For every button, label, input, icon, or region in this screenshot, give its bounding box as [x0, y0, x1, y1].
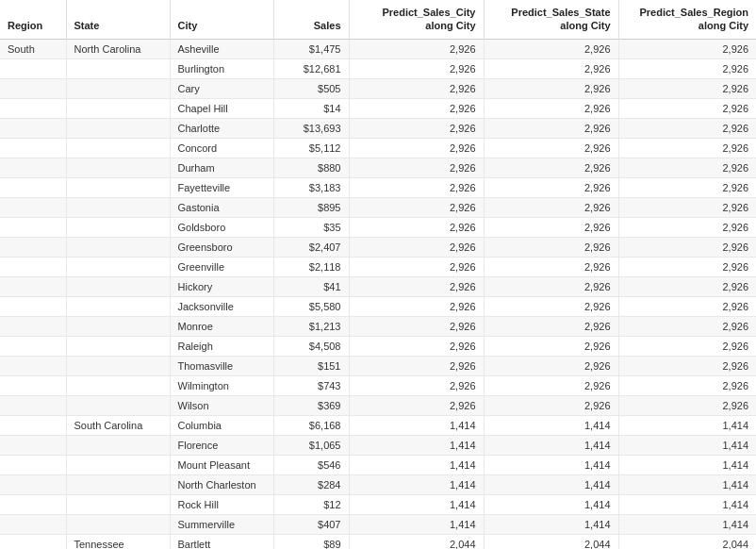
table-cell: [66, 78, 170, 98]
table-cell: Rock Hill: [170, 494, 273, 514]
table-cell: 2,926: [349, 138, 484, 158]
table-cell: [0, 296, 66, 316]
table-row: Goldsboro$352,9262,9262,926: [0, 217, 756, 237]
table-cell: [0, 197, 66, 217]
table-cell: 2,926: [618, 395, 756, 415]
table-cell: 2,044: [618, 534, 756, 549]
table-cell: Columbia: [170, 415, 273, 435]
table-cell: 2,926: [618, 98, 756, 118]
table-cell: 2,926: [484, 78, 618, 98]
table-cell: Chapel Hill: [170, 98, 273, 118]
table-cell: Durham: [170, 158, 273, 177]
table-row: Raleigh$4,5082,9262,9262,926: [0, 336, 756, 356]
table-cell: 2,926: [618, 158, 756, 177]
table-row: Greensboro$2,4072,9262,9262,926: [0, 237, 756, 257]
table-cell: Burlington: [170, 58, 273, 78]
table-cell: [66, 58, 170, 78]
table-cell: 2,926: [349, 98, 484, 118]
table-cell: [0, 78, 66, 98]
table-row: Burlington$12,6812,9262,9262,926: [0, 58, 756, 78]
table-cell: Thomasville: [170, 356, 273, 375]
table-cell: [66, 494, 170, 514]
table-cell: 1,414: [349, 435, 484, 455]
table-cell: 1,414: [484, 514, 618, 534]
table-cell: $505: [273, 78, 349, 98]
table-cell: 1,414: [484, 435, 618, 455]
table-cell: 2,926: [484, 257, 618, 276]
table-cell: 1,414: [618, 455, 756, 474]
table-cell: 1,414: [618, 435, 756, 455]
table-row: North Charleston$2841,4141,4141,414: [0, 474, 756, 494]
table-cell: $12: [273, 494, 349, 514]
table-cell: $5,580: [273, 296, 349, 316]
table-cell: 2,926: [484, 39, 618, 58]
table-cell: [66, 435, 170, 455]
table-cell: $5,112: [273, 138, 349, 158]
table-cell: [66, 237, 170, 257]
table-cell: 2,926: [618, 197, 756, 217]
table-row: Thomasville$1512,9262,9262,926: [0, 356, 756, 375]
table-cell: $151: [273, 356, 349, 375]
table-cell: [66, 217, 170, 237]
table-cell: 2,044: [484, 534, 618, 549]
table-cell: 2,926: [349, 395, 484, 415]
table-cell: 1,414: [484, 494, 618, 514]
table-cell: 2,926: [349, 158, 484, 177]
table-cell: [66, 316, 170, 336]
table-cell: [0, 237, 66, 257]
table-cell: 2,926: [484, 375, 618, 395]
table-cell: 2,926: [349, 316, 484, 336]
table-cell: 2,926: [618, 375, 756, 395]
table-cell: 2,926: [618, 356, 756, 375]
table-cell: $13,693: [273, 118, 349, 138]
table-cell: 2,926: [618, 316, 756, 336]
table-cell: [66, 257, 170, 276]
table-cell: Concord: [170, 138, 273, 158]
table-cell: Bartlett: [170, 534, 273, 549]
table-cell: 2,926: [484, 395, 618, 415]
table-cell: [0, 494, 66, 514]
table-cell: $284: [273, 474, 349, 494]
table-cell: 2,926: [349, 296, 484, 316]
col-header-sales: Sales: [273, 0, 349, 39]
table-row: South CarolinaColumbia$6,1681,4141,4141,…: [0, 415, 756, 435]
table-cell: South Carolina: [66, 415, 170, 435]
table-cell: 2,926: [349, 257, 484, 276]
table-row: Durham$8802,9262,9262,926: [0, 158, 756, 177]
table-cell: $2,407: [273, 237, 349, 257]
table-cell: Wilmington: [170, 375, 273, 395]
table-cell: [66, 474, 170, 494]
table-cell: [0, 118, 66, 138]
table-cell: [0, 474, 66, 494]
table-cell: 1,414: [349, 455, 484, 474]
table-cell: Hickory: [170, 276, 273, 296]
table-row: Monroe$1,2132,9262,9262,926: [0, 316, 756, 336]
data-table: Region State City Sales Predict_Sales_Ci…: [0, 0, 756, 549]
table-row: Fayetteville$3,1832,9262,9262,926: [0, 177, 756, 197]
table-cell: 2,926: [349, 375, 484, 395]
table-cell: 2,926: [618, 39, 756, 58]
table-cell: 2,926: [618, 177, 756, 197]
table-cell: [66, 177, 170, 197]
table-row: Chapel Hill$142,9262,9262,926: [0, 98, 756, 118]
table-cell: Florence: [170, 435, 273, 455]
table-cell: 2,926: [484, 356, 618, 375]
table-cell: [0, 58, 66, 78]
table-cell: Greensboro: [170, 237, 273, 257]
table-cell: Jacksonville: [170, 296, 273, 316]
table-cell: North Charleston: [170, 474, 273, 494]
table-cell: [0, 375, 66, 395]
table-cell: $3,183: [273, 177, 349, 197]
table-cell: 2,926: [484, 197, 618, 217]
table-cell: 2,926: [349, 276, 484, 296]
table-cell: [66, 98, 170, 118]
table-cell: [0, 98, 66, 118]
table-cell: 2,926: [349, 356, 484, 375]
table-cell: 2,926: [349, 39, 484, 58]
table-cell: [66, 395, 170, 415]
table-cell: $2,118: [273, 257, 349, 276]
table-cell: 2,926: [618, 58, 756, 78]
table-cell: 1,414: [618, 474, 756, 494]
table-cell: 2,926: [618, 237, 756, 257]
table-cell: [66, 455, 170, 474]
